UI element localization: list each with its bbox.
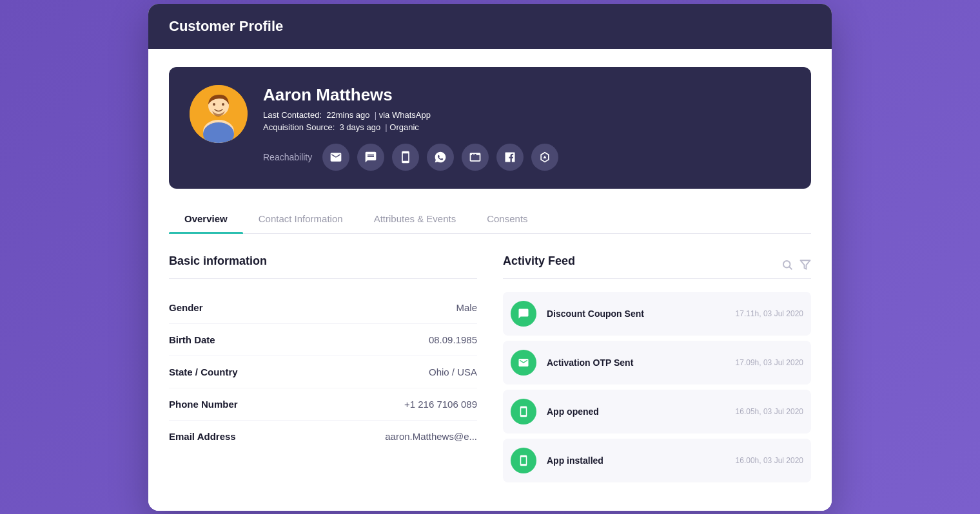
label-gender: Gender [169, 302, 203, 313]
card-body: Aaron Matthews Last Contacted: 22mins ag… [148, 49, 832, 511]
svg-marker-8 [801, 260, 810, 269]
activity-list: Discount Coupon Sent 17.11h, 03 Jul 2020… [503, 292, 811, 482]
activity-item-1: Discount Coupon Sent 17.11h, 03 Jul 2020 [503, 292, 811, 336]
svg-point-5 [222, 103, 224, 106]
activity-time-3: 16.05h, 03 Jul 2020 [736, 407, 803, 416]
label-birthdate: Birth Date [169, 334, 215, 345]
card-header: Customer Profile [148, 4, 832, 49]
value-email: aaron.Matthews@e... [385, 431, 477, 442]
activity-feed-section: Activity Feed [503, 254, 811, 488]
activity-text-3: App opened [547, 406, 725, 417]
info-row-state: State / Country Ohio / USA [169, 356, 477, 388]
profile-name: Aaron Matthews [263, 85, 790, 105]
info-row-phone: Phone Number +1 216 7106 089 [169, 388, 477, 421]
reach-facebook-icon[interactable] [496, 144, 524, 171]
activity-text-4: App installed [547, 455, 725, 466]
basic-info-divider [169, 278, 477, 279]
content-grid: Basic information Gender Male Birth Date… [169, 254, 811, 488]
info-row-gender: Gender Male [169, 292, 477, 324]
profile-info: Aaron Matthews Last Contacted: 22mins ag… [263, 85, 790, 171]
value-gender: Male [456, 302, 477, 313]
activity-icon-mobile-1 [511, 399, 536, 424]
tabs: Overview Contact Information Attributes … [169, 204, 811, 234]
reach-browser-icon[interactable] [462, 144, 489, 171]
info-row-email: Email Address aaron.Matthews@e... [169, 421, 477, 452]
reach-email-icon[interactable] [322, 144, 349, 171]
reach-mobile-icon[interactable] [392, 144, 419, 171]
value-state: Ohio / USA [429, 366, 477, 377]
tab-overview[interactable]: Overview [169, 204, 243, 233]
value-phone: +1 216 7106 089 [404, 399, 477, 410]
basic-information-section: Basic information Gender Male Birth Date… [169, 254, 477, 488]
activity-item-3: App opened 16.05h, 03 Jul 2020 [503, 390, 811, 433]
acquisition-source: Acquisition Source: 3 days ago | Organic [263, 122, 790, 132]
basic-info-title: Basic information [169, 254, 477, 268]
tab-contact-information[interactable]: Contact Information [243, 204, 358, 233]
avatar [190, 85, 248, 143]
value-birthdate: 08.09.1985 [429, 334, 477, 345]
last-contacted: Last Contacted: 22mins ago | via WhatsAp… [263, 110, 790, 120]
info-row-birthdate: Birth Date 08.09.1985 [169, 324, 477, 356]
activity-time-1: 17.11h, 03 Jul 2020 [736, 309, 803, 318]
activity-item-4: App installed 16.00h, 03 Jul 2020 [503, 439, 811, 482]
label-phone: Phone Number [169, 399, 238, 410]
tab-attributes-events[interactable]: Attributes & Events [358, 204, 472, 233]
reach-sms-icon[interactable] [357, 144, 384, 171]
reachability-label: Reachability [263, 152, 312, 162]
activity-time-2: 17.09h, 03 Jul 2020 [736, 358, 803, 367]
svg-point-4 [213, 103, 215, 106]
svg-line-7 [789, 267, 791, 269]
label-email: Email Address [169, 431, 236, 442]
search-icon[interactable] [781, 259, 793, 274]
activity-item-2: Activation OTP Sent 17.09h, 03 Jul 2020 [503, 341, 811, 385]
activity-icon-sms [511, 301, 536, 327]
reach-whatsapp-icon[interactable] [427, 144, 454, 171]
activity-icon-mobile-2 [511, 448, 536, 473]
activity-text-1: Discount Coupon Sent [547, 309, 725, 319]
tab-consents[interactable]: Consents [471, 204, 543, 233]
reachability-row: Reachability [263, 144, 790, 171]
reach-appsflyer-icon[interactable] [531, 144, 558, 171]
activity-icon-email [511, 350, 536, 376]
label-state: State / Country [169, 366, 238, 377]
activity-actions [781, 259, 811, 274]
activity-time-4: 16.00h, 03 Jul 2020 [736, 456, 803, 465]
customer-profile-card: Customer Profile [148, 4, 832, 511]
activity-header: Activity Feed [503, 254, 811, 278]
page-title: Customer Profile [169, 18, 283, 34]
filter-icon[interactable] [799, 259, 811, 274]
profile-banner: Aaron Matthews Last Contacted: 22mins ag… [169, 67, 811, 189]
activity-text-2: Activation OTP Sent [547, 357, 725, 368]
activity-feed-title: Activity Feed [503, 254, 575, 268]
activity-divider [503, 278, 811, 279]
